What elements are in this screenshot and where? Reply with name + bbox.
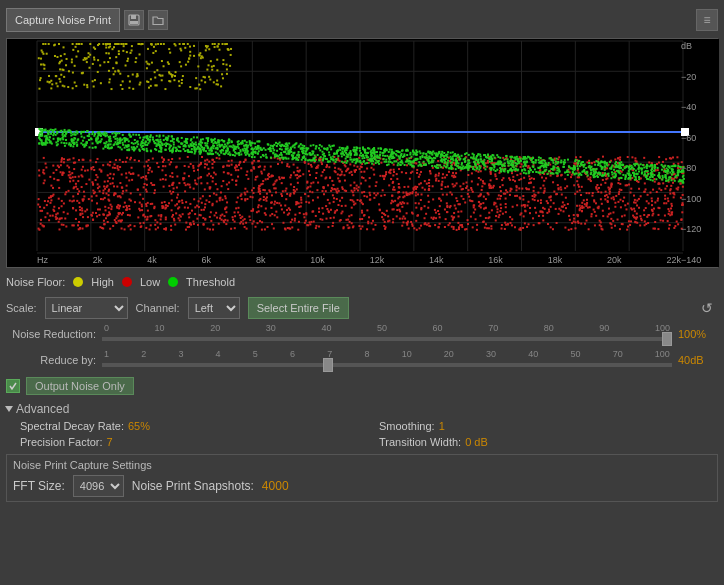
reduce-by-track: 1 2 3 4 5 6 7 8 10 20 30 40 50 70 100 — [102, 350, 672, 370]
output-noise-label: Output Noise Only — [26, 377, 134, 395]
fft-label: FFT Size: — [13, 479, 65, 493]
transition-label: Transition Width: — [379, 436, 461, 448]
smoothing-label: Smoothing: — [379, 420, 435, 432]
reduce-by-slider[interactable] — [102, 363, 672, 367]
threshold-label: Threshold — [186, 276, 235, 288]
reset-button[interactable]: ↺ — [696, 297, 718, 319]
output-noise-row: Output Noise Only — [6, 374, 718, 398]
capture-noise-print-button[interactable]: Capture Noise Print — [6, 8, 120, 32]
db-label-20: −20 — [681, 72, 715, 82]
svg-rect-1 — [131, 15, 136, 19]
advanced-label: Advanced — [16, 402, 69, 416]
noise-reduction-track: 0 10 20 30 40 50 60 70 80 90 100 — [102, 324, 672, 344]
advanced-triangle-icon — [5, 406, 13, 412]
noise-floor-label: Noise Floor: — [6, 276, 65, 288]
db-label-120: −120 — [681, 224, 715, 234]
advanced-section: Advanced Spectral Decay Rate: 65% Smooth… — [6, 402, 718, 448]
db-label-60: −60 — [681, 133, 715, 143]
noise-print-title: Noise Print Capture Settings — [13, 459, 711, 471]
chart-container: dB −20 −40 −60 −80 −100 −120 −140 Hz 2k … — [6, 38, 718, 268]
toolbar: Capture Noise Print ≡ — [6, 6, 718, 34]
sliders-section: Noise Reduction: 0 10 20 30 40 50 60 70 … — [6, 324, 718, 370]
reduce-by-label: Reduce by: — [6, 354, 96, 366]
spectral-decay-label: Spectral Decay Rate: — [20, 420, 124, 432]
high-dot — [73, 277, 83, 287]
smoothing-row: Smoothing: 1 — [379, 420, 718, 432]
reduce-by-ticks: 1 2 3 4 5 6 7 8 10 20 30 40 50 70 100 — [102, 350, 672, 359]
threshold-dot — [168, 277, 178, 287]
advanced-header[interactable]: Advanced — [6, 402, 718, 416]
channel-label: Channel: — [136, 302, 180, 314]
open-icon[interactable] — [148, 10, 168, 30]
high-label: High — [91, 276, 114, 288]
svg-rect-2 — [130, 21, 138, 24]
precision-value: 7 — [107, 436, 113, 448]
snapshots-value: 4000 — [262, 479, 289, 493]
controls-row: Scale: Linear Logarithmic Channel: Left … — [6, 296, 718, 320]
transition-row: Transition Width: 0 dB — [379, 436, 718, 448]
output-noise-checkbox[interactable] — [6, 379, 20, 393]
hz-labels: Hz 2k 4k 6k 8k 10k 12k 14k 16k 18k 20k 2… — [37, 255, 681, 267]
noise-reduction-ticks: 0 10 20 30 40 50 60 70 80 90 100 — [102, 324, 672, 333]
channel-select[interactable]: Left Right Both — [188, 297, 240, 319]
db-label-top: dB — [681, 41, 715, 51]
advanced-content: Spectral Decay Rate: 65% Smoothing: 1 Pr… — [6, 420, 718, 448]
fft-select[interactable]: 4096 2048 8192 — [73, 475, 124, 497]
noise-floor-legend: Noise Floor: High Low Threshold — [6, 272, 718, 292]
smoothing-value: 1 — [439, 420, 445, 432]
noise-reduction-slider[interactable] — [102, 337, 672, 341]
db-label-80: −80 — [681, 163, 715, 173]
reduce-by-value: 40dB — [678, 354, 718, 366]
noise-reduction-value: 100% — [678, 328, 718, 340]
toolbar-right: ≡ — [696, 9, 718, 31]
noise-chart — [7, 39, 719, 267]
low-dot — [122, 277, 132, 287]
scale-label: Scale: — [6, 302, 37, 314]
noise-reduction-row: Noise Reduction: 0 10 20 30 40 50 60 70 … — [6, 324, 718, 344]
noise-print-section: Noise Print Capture Settings FFT Size: 4… — [6, 454, 718, 502]
scale-select[interactable]: Linear Logarithmic — [45, 297, 128, 319]
db-labels: dB −20 −40 −60 −80 −100 −120 −140 — [681, 39, 717, 267]
transition-value: 0 dB — [465, 436, 488, 448]
snapshots-label: Noise Print Snapshots: — [132, 479, 254, 493]
precision-row: Precision Factor: 7 — [20, 436, 359, 448]
save-icon[interactable] — [124, 10, 144, 30]
low-label: Low — [140, 276, 160, 288]
spectral-decay-row: Spectral Decay Rate: 65% — [20, 420, 359, 432]
precision-label: Precision Factor: — [20, 436, 103, 448]
reduce-by-row: Reduce by: 1 2 3 4 5 6 7 8 10 20 30 40 5… — [6, 350, 718, 370]
noise-reduction-label: Noise Reduction: — [6, 328, 96, 340]
db-label-100: −100 — [681, 194, 715, 204]
db-label-140: −140 — [681, 255, 715, 265]
menu-icon[interactable]: ≡ — [696, 9, 718, 31]
noise-print-row: FFT Size: 4096 2048 8192 Noise Print Sna… — [13, 475, 711, 497]
spectral-decay-value: 65% — [128, 420, 150, 432]
db-label-40: −40 — [681, 102, 715, 112]
select-entire-file-button[interactable]: Select Entire File — [248, 297, 349, 319]
main-container: Capture Noise Print ≡ dB −20 −40 −60 −80… — [0, 0, 724, 585]
